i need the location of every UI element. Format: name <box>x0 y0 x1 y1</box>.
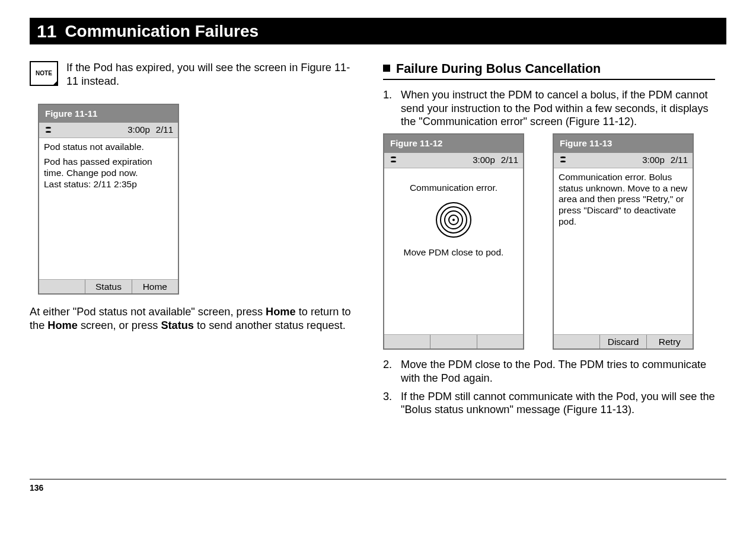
pod-icon <box>559 156 567 164</box>
device-status-bar: 3:00p 2/11 <box>39 123 178 138</box>
device-time: 3:00p <box>127 124 150 136</box>
page-footer: 136 <box>30 479 726 493</box>
text-run: screen, or press <box>78 319 161 331</box>
softkey-empty[interactable] <box>554 335 599 348</box>
screen-line: Pod has passed expiration time. Change p… <box>44 156 173 179</box>
softkey-empty[interactable] <box>384 335 430 348</box>
softkey-home[interactable]: Home <box>132 280 178 293</box>
softkey-bar: Discard Retry <box>554 334 693 348</box>
device-screen: Communication error. Bolus status unknow… <box>554 168 693 334</box>
device-time: 3:00p <box>473 155 495 166</box>
device-screen: Pod status not available. Pod has passed… <box>39 138 178 279</box>
text-bold: Status <box>161 319 194 331</box>
chapter-title: Communication Failures <box>65 22 259 41</box>
chapter-header: 11 Communication Failures <box>30 18 726 44</box>
screen-body: Communication error. Bolus status unknow… <box>559 172 688 228</box>
step-number: 3. <box>383 390 395 417</box>
figure-11-11: Figure 11-11 3:00p 2/11 Pod status not a… <box>38 104 179 295</box>
note-icon: NOTE <box>30 61 58 86</box>
softkey-bar: Status Home <box>39 279 178 293</box>
pod-icon <box>44 127 53 134</box>
text-run: to send another status request. <box>194 319 346 331</box>
page-number: 136 <box>30 483 43 493</box>
step-number: 2. <box>383 358 395 385</box>
step-2: 2. Move the PDM close to the Pod. The PD… <box>383 358 715 385</box>
step-1: 1. When you instruct the PDM to cancel a… <box>383 88 715 129</box>
softkey-retry[interactable]: Retry <box>646 335 693 348</box>
figure-11-12: Figure 11-12 3:00p 2/11 Communication er… <box>383 133 524 350</box>
softkey-empty[interactable] <box>430 335 476 348</box>
screen-line: Last status: 2/11 2:35p <box>44 179 173 190</box>
device-status-bar: 3:00p 2/11 <box>554 153 693 168</box>
text-run: At either "Pod status not available" scr… <box>30 306 266 318</box>
device-date: 2/11 <box>671 155 688 166</box>
screen-line: Move PDM close to pod. <box>389 247 518 258</box>
step-number: 1. <box>383 88 395 129</box>
device-date: 2/11 <box>156 124 173 136</box>
left-column: NOTE If the Pod has expired, you will se… <box>30 61 362 479</box>
section-title: Failure During Bolus Cancellation <box>396 61 601 77</box>
figure-caption: Figure 11-12 <box>384 135 523 153</box>
chapter-number: 11 <box>37 21 56 41</box>
softkey-empty[interactable] <box>39 280 85 293</box>
device-time: 3:00p <box>642 155 665 166</box>
text-bold: Home <box>47 319 78 331</box>
step-3: 3. If the PDM still cannot communicate w… <box>383 390 715 417</box>
softkey-bar <box>384 334 523 348</box>
softkey-discard[interactable]: Discard <box>599 335 646 348</box>
pod-icon <box>389 156 398 164</box>
wireless-icon <box>437 203 470 236</box>
device-screen: Communication error. Move PDM close to p… <box>384 168 523 334</box>
screen-line: Pod status not available. <box>44 142 173 153</box>
step-text: Move the PDM close to the Pod. The PDM t… <box>401 358 715 385</box>
step-text: When you instruct the PDM to cancel a bo… <box>401 88 715 129</box>
square-bullet-icon <box>383 65 390 72</box>
right-column: Failure During Bolus Cancellation 1. Whe… <box>383 61 715 479</box>
figure-11-13: Figure 11-13 3:00p 2/11 Communication er… <box>553 133 694 350</box>
screen-line: Communication error. <box>389 183 518 194</box>
softkey-status[interactable]: Status <box>85 280 131 293</box>
step-text: If the PDM still cannot communicate with… <box>401 390 715 417</box>
softkey-empty[interactable] <box>477 335 523 348</box>
figures-row: Figure 11-12 3:00p 2/11 Communication er… <box>383 133 715 350</box>
note-block: NOTE If the Pod has expired, you will se… <box>30 61 362 88</box>
text-bold: Home <box>266 306 296 318</box>
figure-caption: Figure 11-13 <box>554 135 693 153</box>
paragraph: At either "Pod status not available" scr… <box>30 305 362 332</box>
device-status-bar: 3:00p 2/11 <box>384 153 523 168</box>
note-text: If the Pod has expired, you will see the… <box>66 61 362 88</box>
device-date: 2/11 <box>501 155 518 166</box>
section-heading: Failure During Bolus Cancellation <box>383 61 715 80</box>
figure-caption: Figure 11-11 <box>39 105 178 123</box>
